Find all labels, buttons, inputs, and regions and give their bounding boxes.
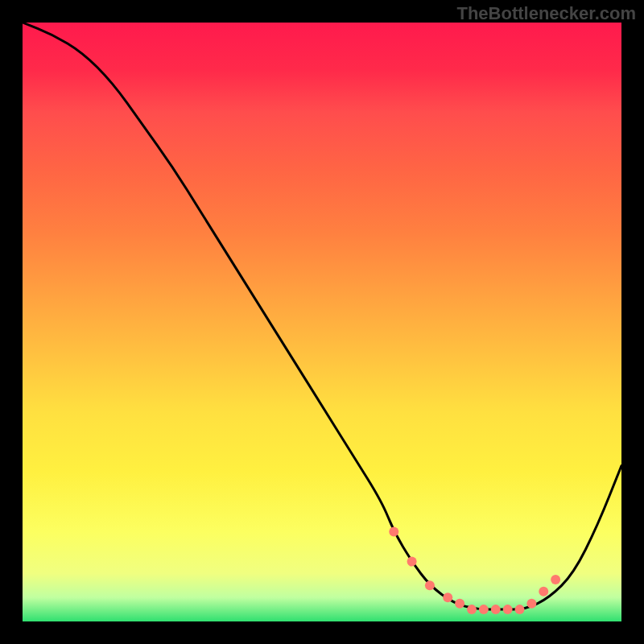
marker-dot bbox=[526, 599, 536, 609]
marker-dot bbox=[479, 605, 489, 614]
watermark-text: TheBottlenecker.com bbox=[456, 3, 636, 24]
marker-dot bbox=[539, 587, 548, 597]
marker-dot bbox=[467, 605, 477, 614]
optimal-range-markers bbox=[389, 526, 560, 614]
chart-svg bbox=[23, 23, 621, 621]
marker-dot bbox=[503, 605, 513, 614]
marker-dot bbox=[389, 526, 398, 536]
marker-dot bbox=[407, 557, 417, 567]
marker-dot bbox=[551, 575, 560, 584]
marker-dot bbox=[443, 592, 452, 602]
marker-dot bbox=[515, 605, 525, 614]
marker-dot bbox=[455, 599, 464, 609]
bottleneck-curve bbox=[23, 23, 621, 609]
curve-path bbox=[23, 23, 621, 609]
marker-dot bbox=[491, 605, 501, 614]
marker-dot bbox=[425, 580, 435, 590]
